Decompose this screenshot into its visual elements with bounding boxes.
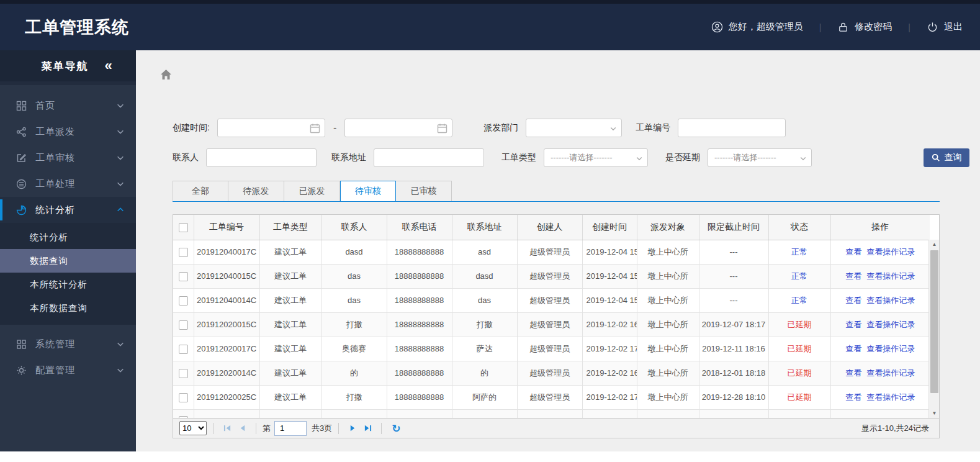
row-checkbox[interactable] [179, 345, 188, 354]
sidebar-item-process[interactable]: 工单处理 [0, 171, 136, 197]
view-log-link[interactable]: 查看操作记录 [866, 296, 915, 305]
submenu-item-branch-data-query[interactable]: 本所数据查询 [0, 296, 136, 320]
delay-label: 是否延期 [665, 152, 700, 163]
table-scrollbar[interactable]: ▲ ▼ [928, 240, 939, 418]
order-no-field[interactable] [678, 119, 785, 137]
sidebar-item-system[interactable]: 系统管理 [0, 331, 136, 357]
cell-creator: 超级管理员 [517, 385, 582, 409]
row-checkbox[interactable] [179, 248, 188, 257]
view-link[interactable]: 查看 [845, 344, 861, 353]
cell-order-no: 201912040014C [194, 288, 259, 312]
view-link[interactable]: 查看 [845, 392, 861, 402]
cell-phone: 18888888888 [387, 385, 452, 409]
cell-deadline: 2018-12-01 18:18 [699, 361, 768, 385]
address-field[interactable] [374, 149, 483, 166]
user-icon [711, 21, 723, 33]
cell-actions: 查看查看操作记录 [830, 312, 930, 337]
contact-input[interactable] [206, 148, 317, 167]
dispatch-dept-select[interactable] [526, 119, 622, 137]
select-all-checkbox[interactable] [179, 223, 188, 232]
last-page-button[interactable] [362, 423, 373, 434]
view-link[interactable]: 查看 [845, 247, 861, 256]
scroll-down-icon[interactable]: ▼ [929, 409, 939, 418]
date-from-input[interactable] [217, 119, 325, 137]
modules-icon [16, 339, 27, 350]
sidebar-item-statistics[interactable]: 统计分析 [0, 197, 136, 223]
chevron-down-icon [116, 179, 125, 188]
tab-pending-review[interactable]: 待审核 [340, 181, 396, 202]
sidebar-item-dispatch[interactable]: 工单派发 [0, 119, 136, 145]
scroll-up-icon[interactable]: ▲ [929, 240, 939, 249]
order-no-input[interactable] [678, 119, 786, 137]
next-page-button[interactable] [347, 423, 358, 434]
chevron-down-icon [116, 101, 125, 110]
collapse-sidebar-icon[interactable]: « [104, 59, 115, 73]
cell-status: 正常 [768, 264, 830, 288]
scrollbar-thumb[interactable] [930, 250, 938, 393]
view-link[interactable]: 查看 [845, 271, 861, 281]
sidebar-item-config[interactable]: 配置管理 [0, 357, 136, 383]
refresh-icon[interactable]: ↻ [392, 422, 400, 435]
status-tabs: 全部 待派发 已派发 待审核 已审核 [173, 181, 940, 202]
search-button[interactable]: 查询 [924, 148, 969, 167]
row-checkbox[interactable] [179, 416, 188, 419]
row-checkbox[interactable] [179, 272, 188, 281]
cell-target: 墩上中心所 [637, 288, 699, 312]
view-log-link[interactable]: 查看操作记录 [866, 392, 915, 402]
cell-address: dasd [452, 264, 517, 288]
view-link[interactable]: 查看 [845, 296, 861, 305]
submenu-item-statistics-analysis[interactable]: 统计分析 [0, 225, 136, 249]
tab-pending-dispatch[interactable]: 待派发 [228, 181, 284, 201]
delay-select[interactable]: -------请选择------- [708, 148, 812, 167]
calendar-icon[interactable] [437, 123, 447, 134]
cell-target: 墩上中心所 [637, 337, 699, 361]
cell-actions: 查看查看操作记录 [830, 288, 930, 312]
sidebar-item-home[interactable]: 首页 [0, 93, 136, 119]
contact-field[interactable] [207, 149, 316, 166]
cell-status: 正常 [768, 240, 830, 264]
share-icon [16, 127, 27, 137]
row-checkbox[interactable] [179, 393, 188, 402]
row-checkbox[interactable] [179, 320, 188, 330]
col-created: 创建时间 [582, 215, 637, 240]
date-to-field[interactable] [345, 119, 452, 137]
view-log-link[interactable]: 查看操作记录 [866, 320, 915, 329]
user-greeting[interactable]: 您好，超级管理员 [711, 21, 803, 33]
view-log-link[interactable]: 查看操作记录 [866, 368, 915, 378]
table-body: 201912040017C建议工单dasd18888888888asd超级管理员… [173, 240, 930, 418]
first-page-button[interactable] [222, 423, 233, 434]
cell-address: 萨达 [452, 337, 517, 361]
address-input[interactable] [374, 148, 484, 167]
order-no-label: 工单编号 [636, 122, 670, 134]
cell-created: 2019-12-02 17 [582, 385, 637, 409]
cell-deadline: --- [699, 240, 768, 264]
cell-order-type: 建议工单 [259, 288, 321, 312]
submenu-item-data-query[interactable]: 数据查询 [0, 249, 136, 273]
tab-dispatched[interactable]: 已派发 [284, 181, 340, 201]
row-checkbox[interactable] [179, 369, 188, 378]
tab-all[interactable]: 全部 [173, 181, 228, 201]
tab-reviewed[interactable]: 已审核 [396, 181, 452, 201]
divider [381, 423, 382, 434]
page-number-input[interactable] [274, 421, 307, 436]
date-from-field[interactable] [218, 119, 325, 137]
order-type-select[interactable]: -------请选择------- [544, 148, 648, 167]
cell-status: 已延期 [768, 385, 830, 409]
logout-button[interactable]: 退出 [927, 21, 963, 33]
cell-created: 2019-12-04 15 [582, 240, 637, 264]
row-checkbox[interactable] [179, 296, 188, 306]
prev-page-button[interactable] [236, 423, 248, 434]
date-to-input[interactable] [344, 119, 452, 137]
calendar-icon[interactable] [310, 123, 320, 134]
view-link[interactable]: 查看 [845, 368, 861, 378]
view-link[interactable]: 查看 [845, 320, 861, 329]
view-log-link[interactable]: 查看操作记录 [866, 271, 915, 281]
submenu-item-branch-statistics[interactable]: 本所统计分析 [0, 273, 136, 296]
cell-address: das [452, 288, 517, 312]
home-icon[interactable] [160, 69, 172, 80]
change-password-button[interactable]: 修改密码 [837, 21, 892, 33]
sidebar-item-review[interactable]: 工单审核 [0, 145, 136, 171]
view-log-link[interactable]: 查看操作记录 [866, 344, 915, 353]
page-size-select[interactable]: 10 [179, 421, 207, 435]
view-log-link[interactable]: 查看操作记录 [866, 247, 915, 256]
